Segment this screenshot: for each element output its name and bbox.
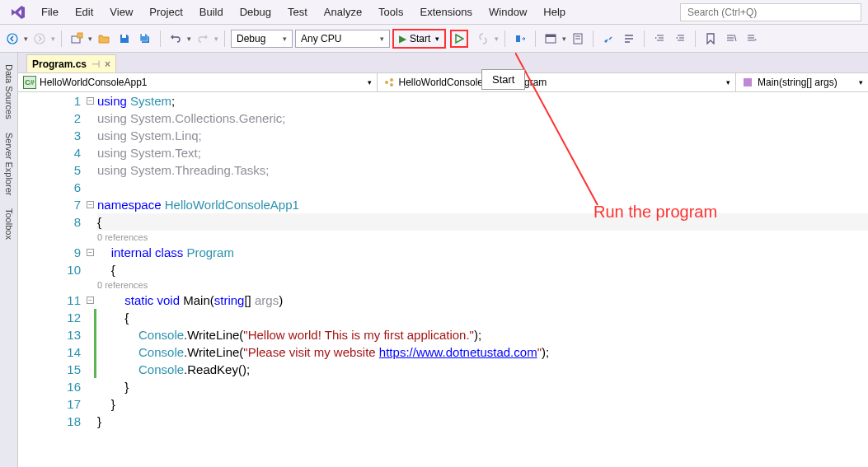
svg-rect-3 bbox=[77, 33, 82, 38]
block-comment-button[interactable]: * bbox=[743, 30, 761, 48]
outdent-button[interactable] bbox=[671, 30, 689, 48]
svg-point-0 bbox=[7, 34, 17, 44]
nav-project-dropdown[interactable]: C# HelloWorldConsoleApp1▾ bbox=[18, 73, 378, 91]
uncomment-button[interactable] bbox=[722, 30, 740, 48]
svg-rect-8 bbox=[546, 35, 556, 37]
browser-button[interactable] bbox=[542, 30, 560, 48]
svg-line-25 bbox=[734, 35, 736, 41]
svg-point-1 bbox=[35, 34, 45, 44]
side-tab-data-sources[interactable]: Data Sources bbox=[2, 58, 16, 126]
start-without-debug-button[interactable] bbox=[450, 30, 468, 48]
bookmark-button[interactable] bbox=[701, 30, 720, 48]
menu-extensions[interactable]: Extensions bbox=[411, 2, 481, 21]
svg-rect-5 bbox=[142, 34, 145, 36]
method-icon bbox=[741, 76, 754, 89]
menu-view[interactable]: View bbox=[101, 2, 141, 21]
menu-analyze[interactable]: Analyze bbox=[316, 2, 370, 21]
start-debug-button[interactable]: ▶Start▾ bbox=[392, 29, 446, 49]
class-icon bbox=[382, 76, 396, 89]
menu-test[interactable]: Test bbox=[279, 2, 316, 21]
search-box[interactable] bbox=[680, 3, 861, 21]
nav-class-dropdown[interactable]: HelloWorldConsoleApp1.Program▾ bbox=[378, 73, 737, 91]
close-icon[interactable]: × bbox=[105, 58, 110, 70]
fold-icon[interactable]: − bbox=[87, 97, 94, 105]
save-button[interactable] bbox=[115, 30, 134, 48]
redo-button[interactable] bbox=[194, 30, 212, 48]
new-project-button[interactable] bbox=[68, 30, 86, 48]
comment-button[interactable] bbox=[620, 30, 638, 48]
svg-point-32 bbox=[390, 78, 393, 82]
vs-logo-icon bbox=[8, 2, 28, 22]
step-button[interactable] bbox=[511, 30, 529, 48]
fold-icon[interactable]: − bbox=[87, 201, 94, 208]
menu-project[interactable]: Project bbox=[141, 2, 190, 21]
save-all-button[interactable] bbox=[136, 30, 154, 48]
platform-dropdown[interactable]: Any CPU▾ bbox=[295, 30, 390, 48]
svg-rect-4 bbox=[122, 35, 126, 38]
open-file-button[interactable] bbox=[95, 30, 113, 48]
fold-icon[interactable]: − bbox=[87, 249, 94, 256]
search-input[interactable] bbox=[680, 3, 861, 21]
fold-icon[interactable]: − bbox=[87, 297, 94, 304]
svg-point-31 bbox=[385, 81, 388, 84]
configuration-dropdown[interactable]: Debug▾ bbox=[231, 30, 293, 48]
start-tooltip: Start bbox=[481, 69, 525, 90]
menu-debug[interactable]: Debug bbox=[232, 2, 279, 21]
menu-window[interactable]: Window bbox=[481, 2, 535, 21]
menu-build[interactable]: Build bbox=[191, 2, 232, 21]
indent-button[interactable] bbox=[650, 30, 669, 48]
hot-reload-button[interactable] bbox=[474, 30, 492, 48]
side-tab-toolbox[interactable]: Toolbox bbox=[2, 202, 16, 246]
svg-rect-6 bbox=[516, 35, 520, 42]
fold-column[interactable]: − − − − bbox=[86, 92, 97, 467]
script-button[interactable] bbox=[569, 30, 587, 48]
nav-forward-button[interactable] bbox=[30, 30, 49, 48]
menu-file[interactable]: File bbox=[33, 2, 67, 21]
line-number-gutter: 123 456 78 910 111213 141516 1718 bbox=[36, 92, 86, 467]
file-tab-label: Program.cs bbox=[32, 58, 87, 70]
nav-method-dropdown[interactable]: Main(string[] args)▾ bbox=[736, 73, 868, 91]
svg-text:*: * bbox=[754, 38, 757, 44]
find-button[interactable] bbox=[599, 30, 617, 48]
code-editor[interactable]: using System; using System.Collections.G… bbox=[97, 92, 868, 467]
svg-rect-34 bbox=[744, 78, 752, 86]
svg-point-12 bbox=[605, 40, 608, 42]
svg-point-33 bbox=[390, 83, 393, 86]
csharp-project-icon: C# bbox=[23, 76, 36, 89]
file-tab-program-cs[interactable]: Program.cs ⊣ × bbox=[26, 54, 116, 72]
menu-tools[interactable]: Tools bbox=[370, 2, 411, 21]
nav-back-button[interactable] bbox=[3, 30, 21, 48]
menu-help[interactable]: Help bbox=[535, 2, 574, 21]
menu-edit[interactable]: Edit bbox=[67, 2, 101, 21]
pin-icon[interactable]: ⊣ bbox=[91, 58, 100, 70]
side-tab-server-explorer[interactable]: Server Explorer bbox=[2, 126, 16, 202]
undo-button[interactable] bbox=[167, 30, 185, 48]
